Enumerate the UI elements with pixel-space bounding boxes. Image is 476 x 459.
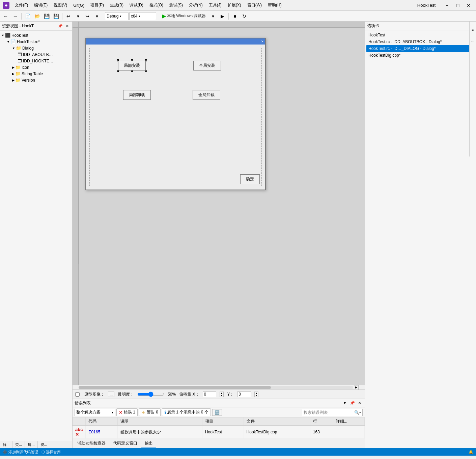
search-dropdown-icon[interactable]: ▾ (359, 411, 361, 414)
col-desc-header[interactable]: 说明 (118, 418, 202, 426)
error-search-input[interactable] (304, 410, 354, 415)
tree-arrow-string-table[interactable]: ▶ (12, 72, 15, 76)
redo-button[interactable]: ↪ (83, 12, 92, 21)
menu-format[interactable]: 格式(O) (147, 1, 166, 9)
global-uninstall-button[interactable]: 全局卸载 (193, 90, 220, 100)
save-button[interactable]: 💾 (42, 12, 51, 21)
tree-item-dialog[interactable]: ▼ 📁 Dialog (0, 45, 72, 51)
run-button[interactable]: ▶ 本地 Windows 调试器 (160, 12, 208, 20)
row-code-cell[interactable]: E0165 (86, 426, 118, 439)
col-project-header[interactable]: 项目 (202, 418, 244, 426)
sidebar-pin-button[interactable]: 📌 (57, 23, 63, 29)
sidebar-close-button[interactable]: ✕ (64, 23, 70, 29)
prop-item-about[interactable]: HookTest.rc - IDD_ABOUTBOX - Dialog* (366, 38, 475, 45)
minimize-button[interactable]: − (442, 2, 452, 9)
restore-button[interactable]: □ (453, 2, 463, 9)
error-code-link[interactable]: E0165 (88, 430, 100, 434)
proto-checkbox[interactable] (75, 392, 80, 397)
scroll-right-button[interactable]: ▶ (354, 385, 359, 390)
tree-arrow-hooktest[interactable]: ▼ (1, 34, 4, 37)
tree-item-string-table[interactable]: ▶ 📁 String Table (0, 70, 72, 77)
open-file-button[interactable]: 📂 (33, 12, 41, 21)
sidebar-tab-attr[interactable]: 属... (25, 441, 37, 448)
navigate-back-button[interactable]: ← (1, 12, 10, 21)
tree-item-icon[interactable]: ▶ 📁 Icon (0, 64, 72, 70)
warning-count-badge[interactable]: ⚠ 警告 0 (139, 408, 161, 416)
offset-x-spinner[interactable]: ▲ ▼ (220, 392, 224, 397)
navigate-forward-button[interactable]: → (11, 12, 20, 21)
menu-edit[interactable]: 编辑(E) (31, 1, 50, 9)
filter-toggle-button[interactable]: 🔠 (212, 409, 222, 416)
menu-window[interactable]: 窗口(W) (245, 1, 264, 9)
ok-button[interactable]: 确定 (240, 174, 260, 184)
menu-test[interactable]: 测试(S) (167, 1, 186, 9)
side-tb-btn-2[interactable]: … (470, 37, 476, 43)
opacity-slider[interactable] (137, 392, 164, 397)
status-notifications[interactable]: 🔔 (469, 450, 473, 454)
prop-item-dlg-cpp[interactable]: HookTestDlg.cpp* (366, 52, 475, 59)
menu-view[interactable]: 视图(V) (51, 1, 70, 9)
side-tb-btn-1[interactable]: ≡ (470, 23, 476, 36)
tree-item-idd-hookte[interactable]: 🗖 IDD_HOOKTE… (0, 58, 72, 64)
offset-y-spinner[interactable]: ▲ ▼ (254, 392, 259, 397)
tab-accessibility[interactable]: 辅助功能检查器 (74, 439, 109, 448)
status-repo[interactable]: ⬡ 选择合库 (41, 450, 61, 455)
prop-item-dialog[interactable]: HookTest.rc - ID…_DIALOG - Dialog* (366, 45, 475, 52)
menu-help[interactable]: 帮助(H) (265, 1, 284, 9)
run-dropdown[interactable]: ▾ (208, 12, 217, 21)
restart-button[interactable]: ↻ (240, 12, 249, 21)
error-panel-dropdown-button[interactable]: ▾ (342, 400, 348, 406)
error-row-0[interactable]: abc ✕ E0165 函数调用中的参数太少 HookTest HookTest… (73, 426, 365, 439)
undo-dropdown[interactable]: ▾ (74, 12, 82, 21)
dialog-close-btn[interactable]: ✕ (261, 40, 264, 43)
tree-item-hooktest[interactable]: ▼ ⬛ HookTest (0, 32, 72, 38)
col-code-header[interactable]: 代码 (86, 418, 118, 426)
proto-more-button[interactable]: ... (108, 392, 114, 397)
tree-arrow-dialog[interactable]: ▼ (12, 47, 15, 50)
menu-tools[interactable]: 工具(J) (206, 1, 224, 9)
sidebar-tab-resource[interactable]: 资... (38, 441, 50, 448)
run-without-debug-button[interactable]: ▶ (218, 12, 227, 21)
error-search-bar[interactable]: 🔍 ▾ (302, 409, 363, 416)
tree-item-hooktest-rc[interactable]: ▼ 📄 HookTest.rc* (0, 38, 72, 45)
global-install-button[interactable]: 全局安装 (193, 61, 221, 70)
menu-analyze[interactable]: 分析(N) (186, 1, 205, 9)
menu-file[interactable]: 文件(F) (12, 1, 31, 9)
sidebar-tab-class[interactable]: 类... (12, 441, 25, 448)
col-detail-header[interactable]: 详细... (333, 418, 364, 426)
tab-output[interactable]: 输出 (141, 439, 156, 448)
tab-code-def[interactable]: 代码定义窗口 (110, 439, 141, 448)
menu-project[interactable]: 项目(P) (88, 1, 107, 9)
status-source-control[interactable]: ➕ 添加到源代码管理 (3, 450, 38, 455)
dialog-body[interactable]: 局部安装 全局安装 局部卸载 全局卸载 确定 (86, 45, 265, 190)
tree-item-version[interactable]: ▶ 📁 Version (0, 77, 72, 83)
local-uninstall-button[interactable]: 局部卸载 (123, 90, 151, 100)
error-panel-pin-button[interactable]: 📌 (349, 400, 355, 406)
tree-item-idd-aboutbox[interactable]: 🗖 IDD_ABOUTB… (0, 51, 72, 58)
tree-arrow-version[interactable]: ▶ (12, 79, 15, 82)
menu-extensions[interactable]: 扩展(X) (225, 1, 244, 9)
h-scrollbar-track[interactable] (79, 386, 353, 389)
platform-dropdown[interactable]: x64 ▾ (129, 12, 156, 20)
error-panel-close-button[interactable]: ✕ (357, 400, 363, 406)
menu-debug[interactable]: 调试(D) (127, 1, 146, 9)
offset-y-input[interactable] (237, 391, 251, 397)
error-filter-dropdown[interactable]: 整个解决方案 ▾ (75, 409, 115, 416)
close-button[interactable]: ✕ (464, 2, 473, 9)
tree-arrow-hooktest-rc[interactable]: ▼ (7, 40, 10, 44)
tree-arrow-icon[interactable]: ▶ (12, 66, 15, 69)
stop-button[interactable]: ■ (230, 12, 239, 21)
offset-x-input[interactable] (203, 391, 216, 397)
local-install-button[interactable]: 局部安装 (118, 61, 146, 70)
col-file-header[interactable]: 文件 (244, 418, 310, 426)
undo-button[interactable]: ↩ (64, 12, 73, 21)
menu-git[interactable]: Git(G) (71, 2, 87, 9)
error-count-badge[interactable]: ✕ 错误 1 (116, 408, 138, 416)
menu-build[interactable]: 生成(B) (107, 1, 126, 9)
design-canvas[interactable]: ✕ (79, 28, 365, 385)
h-scrollbar-thumb[interactable] (79, 386, 271, 389)
info-count-badge[interactable]: ℹ 展示 1 个消息中的 0 个 (162, 408, 211, 416)
redo-dropdown[interactable]: ▾ (92, 12, 101, 21)
save-all-button[interactable]: 💾 (52, 12, 60, 21)
col-line-header[interactable]: 行 (310, 418, 333, 426)
